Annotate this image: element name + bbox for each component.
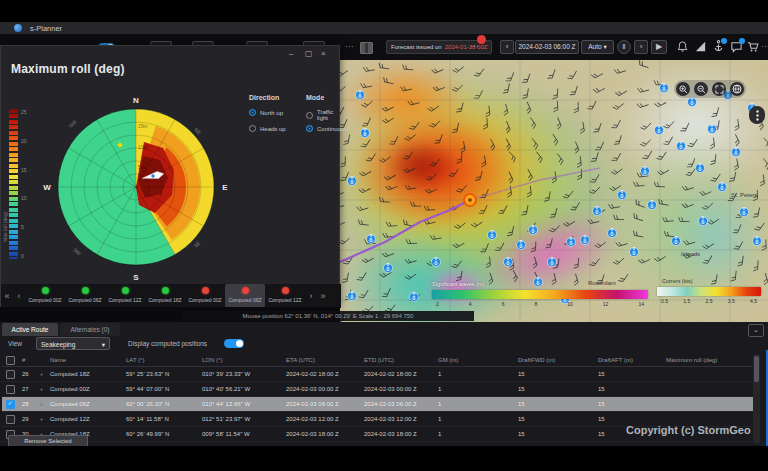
option-continuous[interactable]: Continuous (306, 125, 347, 132)
computed-tab[interactable]: Computed 00Z (25, 284, 65, 308)
port-marker[interactable] (648, 200, 657, 209)
radio-traffic-light[interactable] (306, 112, 313, 119)
panel-collapse-button[interactable]: ⌄ (748, 324, 764, 337)
port-marker[interactable] (608, 228, 617, 237)
port-marker[interactable] (356, 90, 365, 99)
port-marker[interactable] (688, 97, 697, 106)
skip-end-button[interactable]: ▶ (651, 40, 667, 54)
globe-button[interactable] (730, 82, 744, 96)
port-marker[interactable] (367, 234, 376, 243)
panel-close-button[interactable]: × (321, 49, 326, 58)
radio-continuous[interactable] (306, 125, 313, 132)
toolbar-more-button[interactable]: ⋯ (345, 42, 353, 51)
panel-minimize-button[interactable]: – (289, 49, 293, 58)
computed-tab[interactable]: Computed 00Z (185, 284, 225, 308)
port-marker[interactable] (534, 277, 543, 286)
map-more-button[interactable] (749, 106, 765, 124)
radio-north-up[interactable] (249, 109, 256, 116)
table-row[interactable]: 28+ Computed 06Z60° 00' 26.30" N010° 44'… (2, 397, 758, 412)
table-row[interactable]: 26+ Computed 18Z59° 25' 23.63" N010° 39'… (2, 367, 758, 382)
port-marker[interactable] (753, 236, 762, 245)
radio-heads-up[interactable] (249, 125, 256, 132)
pause-button[interactable]: ‖ (617, 40, 631, 54)
tabs-first-button[interactable]: « (1, 284, 13, 308)
tabs-last-button[interactable]: » (317, 284, 329, 308)
select-all-checkbox[interactable] (6, 356, 15, 365)
tab-alternates[interactable]: Alternates (0) (60, 323, 120, 336)
view-select[interactable]: Seakeeping▾ (36, 337, 110, 350)
port-marker[interactable] (384, 263, 393, 272)
port-marker[interactable] (660, 83, 669, 92)
computed-tab[interactable]: Computed 12Z (105, 284, 145, 308)
port-marker[interactable] (696, 163, 705, 172)
tabs-next-button[interactable]: › (305, 284, 317, 308)
port-marker[interactable] (672, 236, 681, 245)
port-marker[interactable] (581, 235, 590, 244)
roll-colorbar-ticks: 2520151050 (21, 109, 27, 259)
auto-dropdown[interactable]: Auto ▾ (581, 40, 614, 54)
option-north-up[interactable]: North up (249, 109, 283, 116)
forecast-more-button[interactable]: ⋯ (470, 42, 478, 51)
bell-icon[interactable] (676, 40, 689, 53)
port-marker[interactable] (732, 147, 741, 156)
time-next-button[interactable]: › (634, 40, 648, 54)
port-marker[interactable] (630, 247, 639, 256)
cart-icon[interactable] (746, 40, 759, 53)
tabs-prev-button[interactable]: ‹ (13, 284, 25, 308)
port-marker[interactable] (740, 207, 749, 216)
expand-icon[interactable]: + (40, 371, 50, 377)
option-heads-up[interactable]: Heads up (249, 125, 286, 132)
waves-legend-ticks: 2468101214 (436, 301, 644, 307)
zoom-out-button[interactable] (694, 82, 708, 96)
port-marker[interactable] (529, 225, 538, 234)
scrollbar-thumb[interactable] (754, 356, 759, 382)
port-marker[interactable] (410, 292, 419, 301)
port-marker[interactable] (699, 216, 708, 225)
port-marker[interactable] (677, 141, 686, 150)
port-marker[interactable] (618, 190, 627, 199)
port-marker[interactable] (567, 237, 576, 246)
port-marker[interactable] (718, 182, 727, 191)
port-marker[interactable] (348, 291, 357, 300)
timeline-datetime[interactable]: 2024-02-03 06:00 Z (515, 40, 579, 54)
computed-tab[interactable]: Computed 06Z (65, 284, 105, 308)
port-marker[interactable] (655, 125, 664, 134)
polar-roll-plot[interactable]: 15kn 10kn 5kn N S E W NE SE SW NW (41, 92, 231, 282)
port-marker[interactable] (348, 176, 357, 185)
port-marker[interactable] (708, 124, 717, 133)
map-overlay (340, 60, 768, 322)
row-checkbox[interactable] (6, 370, 15, 379)
signal-triangle-icon[interactable] (694, 40, 707, 53)
time-prev-button[interactable]: ‹ (500, 40, 514, 54)
display-computed-toggle[interactable] (224, 339, 244, 348)
row-checkbox[interactable] (6, 415, 15, 424)
tab-active-route[interactable]: Active Route (2, 323, 58, 336)
computed-tab[interactable]: Computed 18Z (145, 284, 185, 308)
port-marker[interactable] (504, 257, 513, 266)
option-traffic-light[interactable]: Traffic light (306, 109, 339, 121)
port-marker[interactable] (488, 230, 497, 239)
port-marker[interactable] (361, 128, 370, 137)
grid-view-icon[interactable] (360, 42, 373, 54)
panel-maximize-button[interactable]: ▢ (305, 49, 313, 58)
row-checkbox[interactable] (6, 385, 15, 394)
computed-tab[interactable]: Computed 12Z (265, 284, 305, 308)
port-marker[interactable] (593, 206, 602, 215)
weather-map[interactable]: St. Peters Islands Rotterdam Significant… (340, 60, 768, 322)
computed-tab[interactable]: Computed 06Z (225, 284, 265, 308)
port-marker[interactable] (641, 166, 650, 175)
port-marker[interactable] (548, 257, 557, 266)
fit-view-button[interactable] (712, 82, 726, 96)
port-marker[interactable] (517, 240, 526, 249)
toolbar-overflow-button[interactable]: ⋯ (761, 42, 768, 51)
row-checkbox[interactable] (6, 400, 15, 409)
port-marker[interactable] (432, 257, 441, 266)
route-line-forward[interactable] (470, 168, 600, 200)
zoom-in-button[interactable] (676, 82, 690, 96)
alert-badge[interactable] (477, 35, 486, 44)
expand-icon[interactable]: + (40, 416, 50, 422)
table-scrollbar[interactable] (753, 354, 760, 444)
table-row[interactable]: 27+ Computed 00Z59° 44' 07.00" N010° 40'… (2, 382, 758, 397)
expand-icon[interactable]: + (40, 401, 50, 407)
expand-icon[interactable]: + (40, 386, 50, 392)
